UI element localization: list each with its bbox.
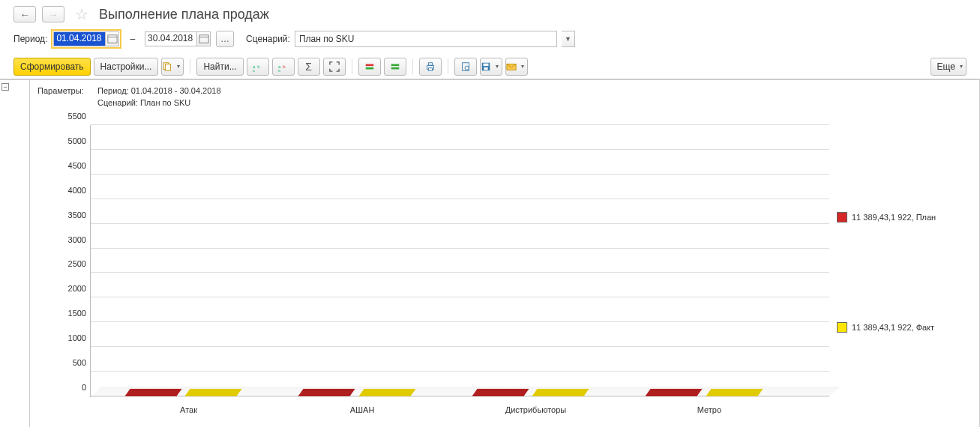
outline-gutter: − [0,80,30,427]
y-tick-label: 500 [73,358,86,367]
nav-back-button[interactable]: ← [13,6,36,22]
toolbar-separator [352,59,352,74]
date-from-input[interactable]: 01.04.2018 [53,31,106,46]
y-tick-label: 1000 [68,333,86,342]
preview-icon[interactable] [454,58,477,76]
parameters-block: Параметры: Период: 01.04.2018 - 30.04.20… [30,80,979,113]
x-tick-label: Дистрибьюторы [460,405,612,414]
svg-point-20 [465,66,469,70]
svg-rect-12 [365,64,373,66]
legend-fact-swatch [837,322,847,333]
svg-rect-17 [428,62,432,65]
y-tick-label: 4000 [68,186,86,195]
nav-forward-button[interactable]: → [42,6,64,22]
toolbar-separator [412,59,413,74]
svg-rect-15 [391,67,399,69]
svg-text:b: b [257,63,260,68]
toolbar-separator [190,59,190,74]
svg-text:c: c [278,67,280,72]
x-tick-label: АШАН [286,405,438,414]
toolbar-separator [448,59,448,74]
date-to-calendar-icon[interactable] [197,31,211,46]
svg-rect-2 [199,35,208,43]
print-icon[interactable] [419,58,442,76]
fullscreen-icon[interactable] [323,58,346,76]
date-dash: – [125,34,139,44]
save-icon[interactable]: ▾ [480,58,502,76]
y-tick-label: 3500 [68,211,86,219]
parameters-period: Период: 01.04.2018 - 30.04.2018 [97,85,972,97]
y-tick-label: 0 [82,383,86,392]
x-tick-label: Атак [113,405,265,414]
expand-groups-icon[interactable]: abc [247,58,269,76]
parameters-label: Параметры: [37,85,97,97]
parameters-scenario: Сценарий: План по SKU [97,97,972,109]
svg-rect-5 [166,64,171,70]
scenario-select[interactable]: План по SKU [295,31,557,47]
svg-rect-22 [483,63,488,66]
row-format-icon[interactable] [384,58,406,76]
svg-rect-0 [108,35,117,43]
y-tick-label: 5500 [68,112,86,121]
y-tick-label: 3000 [68,235,86,244]
more-button[interactable]: Еще▾ [931,58,967,76]
favorite-star-icon[interactable]: ☆ [70,5,93,23]
scenario-select-arrow-icon[interactable]: ▼ [562,31,575,47]
settings-button[interactable]: Настройки... [94,58,159,76]
legend-plan-swatch [837,212,847,222]
collapse-toggle[interactable]: − [1,83,9,91]
y-tick-label: 4500 [68,161,86,170]
date-from-calendar-icon[interactable] [106,31,119,46]
y-tick-label: 2500 [68,259,86,268]
collapse-groups-icon[interactable]: abc [272,58,295,76]
generate-button[interactable]: Сформировать [13,58,91,76]
period-label: Период: [13,34,47,44]
svg-rect-14 [391,64,399,66]
scenario-label: Сценарий: [246,34,290,44]
scenario-value: План по SKU [299,34,354,44]
chart: 0500100015002000250030003500400045005000… [37,125,829,420]
y-tick-label: 1500 [68,309,86,318]
sum-icon[interactable]: Σ [298,58,320,76]
find-button[interactable]: Найти... [196,58,243,76]
svg-rect-18 [428,67,432,70]
email-icon[interactable]: ▾ [505,58,528,76]
svg-rect-13 [365,67,373,69]
y-tick-label: 5000 [68,136,86,145]
header-format-icon[interactable] [358,58,381,76]
x-tick-label: Метро [634,405,785,414]
y-tick-label: 2000 [68,284,86,293]
page-title: Выполнение плана продаж [99,7,269,22]
svg-text:c: c [253,67,255,72]
date-to-input[interactable]: 30.04.2018 [145,31,197,46]
legend-plan: 11 389,43,1 922, План [837,212,972,222]
svg-text:b: b [283,63,286,68]
variants-button[interactable]: ▾ [161,58,184,76]
legend-fact: 11 389,43,1 922, Факт [837,322,972,333]
svg-rect-23 [484,67,487,70]
period-picker-button[interactable]: … [216,31,234,47]
